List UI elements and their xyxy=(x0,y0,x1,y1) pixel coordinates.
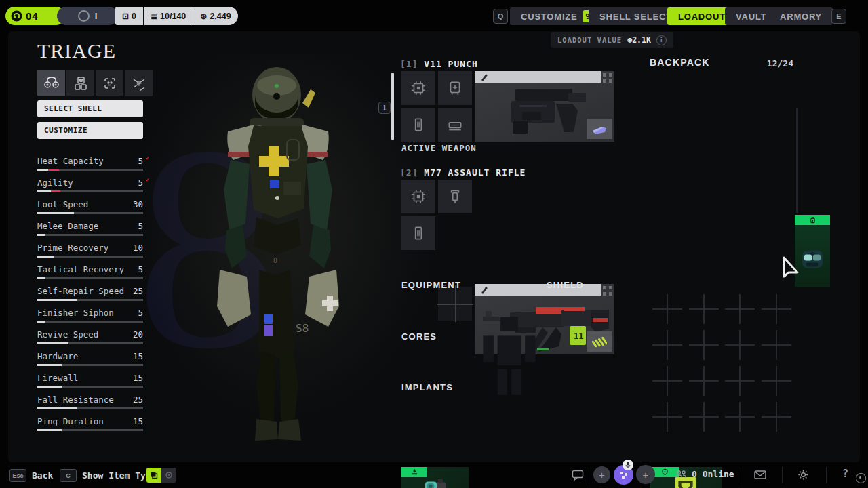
tab-shell-emotes[interactable] xyxy=(96,70,123,96)
locked-slot-marker xyxy=(725,366,755,396)
shield-label: SHIELD xyxy=(547,280,584,290)
customize-button[interactable]: CUSTOMIZE xyxy=(37,122,143,139)
people-icon xyxy=(675,470,687,479)
weight-icon: ≣ xyxy=(151,12,157,21)
credits-icon: ⊛ xyxy=(200,12,207,21)
equipment-label: EQUIPMENT xyxy=(401,280,461,290)
svg-text:0: 0 xyxy=(273,257,277,264)
primary-magazine-slot[interactable] xyxy=(401,108,435,142)
item-type-toggle[interactable] xyxy=(146,468,176,483)
sight-icon xyxy=(446,188,464,205)
backpack-count: 12/24 xyxy=(753,58,793,68)
locked-slot-marker xyxy=(652,330,682,360)
character-model: S8 0 xyxy=(197,65,359,449)
back-control[interactable]: Esc Back xyxy=(9,469,53,482)
magazine-count: 11 xyxy=(574,331,583,341)
bullet-icon xyxy=(480,73,488,81)
locked-slot-marker xyxy=(652,402,682,432)
avatar-glyph xyxy=(619,470,629,480)
secondary-shell-pill[interactable]: I xyxy=(57,7,118,25)
primary-chip-slot[interactable] xyxy=(401,71,435,105)
resource-group: ⊡ 0 ≣ 10/140 ⊛ 2,449 xyxy=(115,7,238,25)
loadout-value-banner: LOADOUT VALUE ⊛2.1K i xyxy=(551,32,673,48)
item-type-on-icon xyxy=(146,468,161,483)
magazine-icon xyxy=(410,224,427,242)
shell-stats-list: Heat Capacity 5 ↙ Agility 5 ↙ Loot Speed… xyxy=(37,155,143,439)
secondary-shell-label: I xyxy=(95,11,98,21)
shell-name-title: TRIAGE xyxy=(37,39,116,62)
stat-agility: Agility 5 ↙ xyxy=(37,176,143,198)
tab-shell-inventory[interactable] xyxy=(66,70,94,96)
medium-ammo-icon xyxy=(592,335,607,348)
shell-loadout-icon xyxy=(43,75,60,92)
mail-icon[interactable] xyxy=(754,470,766,479)
locked-slot-marker xyxy=(762,294,791,324)
loadout-value-label: LOADOUT VALUE xyxy=(557,36,622,44)
light-ammo-icon xyxy=(591,123,608,135)
grid-view-icon[interactable] xyxy=(603,73,612,83)
weapon-list-scrollbar[interactable] xyxy=(391,73,394,140)
shell-number-pill[interactable]: 04 xyxy=(5,7,65,25)
settings-gear-icon[interactable] xyxy=(797,469,809,481)
secondary-weapon-header: [2] M77 ASSAULT RIFLE xyxy=(400,167,526,178)
character-viewport[interactable]: S8 0 xyxy=(197,65,359,449)
mic-badge xyxy=(623,460,633,470)
locked-slot-marker xyxy=(689,402,719,432)
primary-weapon-preview[interactable] xyxy=(475,71,614,142)
tab-shell-loadout[interactable] xyxy=(37,70,65,96)
magazine-icon xyxy=(410,116,427,134)
shell-number: 04 xyxy=(26,10,39,22)
stat-melee-damage: Melee Damage 5 xyxy=(37,220,143,241)
light-ammo-badge xyxy=(587,119,612,139)
locked-slot-marker xyxy=(689,294,719,324)
add-friend-slot-2[interactable]: + xyxy=(636,465,655,484)
divider xyxy=(663,467,663,483)
rarity-icon xyxy=(165,471,173,479)
primary-extended-mag-slot[interactable] xyxy=(438,108,472,142)
show-item-type-control[interactable]: C Show Item Type xyxy=(60,469,157,482)
stat-hardware: Hardware 15 xyxy=(37,350,143,371)
locked-slot-marker xyxy=(762,402,791,432)
key-hint-esc: Esc xyxy=(9,469,26,482)
primary-stock-slot[interactable] xyxy=(438,71,472,105)
slot-icon: ⊡ xyxy=(122,12,129,21)
show-item-type-label: Show Item Type xyxy=(82,470,157,481)
credits-value: 2,449 xyxy=(210,12,231,21)
select-shell-button[interactable]: SELECT SHELL xyxy=(37,100,143,117)
key-hint-prev-tab: Q xyxy=(493,9,508,24)
item-rarity-off-icon xyxy=(161,468,176,483)
backpack-title: BACKPACK xyxy=(650,57,710,68)
stat-ping-duration: Ping Duration 15 xyxy=(37,415,143,436)
divider xyxy=(782,467,783,483)
info-icon[interactable]: i xyxy=(656,35,667,45)
locked-slot-marker xyxy=(725,402,755,432)
tab-armory[interactable]: ARMORY xyxy=(769,7,833,25)
secondary-chip-slot[interactable] xyxy=(401,180,435,214)
backpack-tag xyxy=(795,215,830,225)
backpack-scroll-track[interactable] xyxy=(796,108,798,214)
secondary-sight-slot[interactable] xyxy=(438,180,472,214)
secondary-empty-mod-slot[interactable] xyxy=(438,287,472,321)
empty-shell-icon xyxy=(78,10,90,22)
help-icon[interactable]: ? xyxy=(842,468,848,480)
divider xyxy=(589,467,589,483)
secondary-magazine-slot[interactable] xyxy=(401,216,435,250)
chat-icon[interactable] xyxy=(572,470,584,481)
tab-shell-dismantle[interactable] xyxy=(125,70,153,96)
key-hint-next-tab: E xyxy=(831,9,846,24)
locked-slot-marker xyxy=(689,330,719,360)
stat-decrease-icon: ↙ xyxy=(146,176,149,182)
svg-text:S8: S8 xyxy=(296,322,309,335)
online-status[interactable]: 0 Online xyxy=(675,469,734,479)
stat-finisher-siphon: Finisher Siphon 5 xyxy=(37,306,143,328)
add-friend-slot-1[interactable]: + xyxy=(593,466,610,483)
shell-tab-bar xyxy=(37,70,153,96)
implants-label: IMPLANTS xyxy=(401,382,453,392)
chip-icon xyxy=(410,79,427,97)
online-count: 0 Online xyxy=(692,469,734,479)
loadout-screen: 8 04 I ⊡ 0 ≣ 10/140 ⊛ 2,449 Q CUSTOMIZE … xyxy=(0,0,868,488)
locked-slot-marker xyxy=(725,294,755,324)
locked-slot-marker xyxy=(762,366,791,396)
primary-weapon-header: [1] V11 PUNCH xyxy=(400,59,478,69)
key-hint-c: C xyxy=(60,469,77,482)
